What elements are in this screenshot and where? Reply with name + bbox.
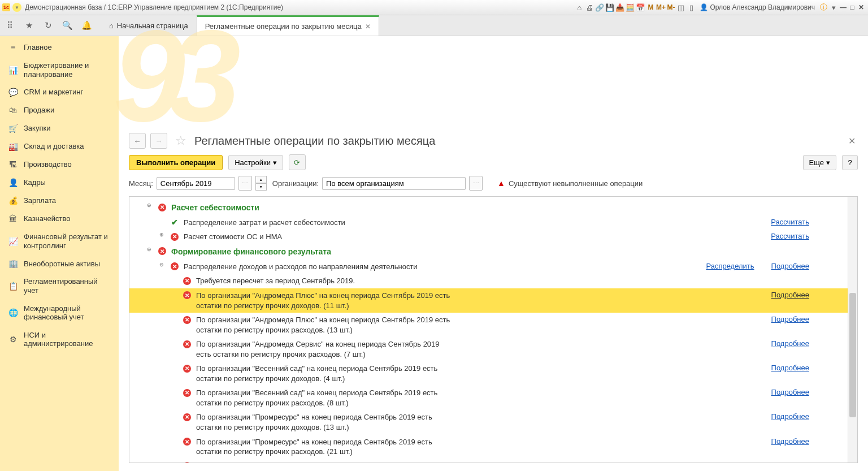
help-button[interactable]: ? <box>842 155 858 170</box>
sidebar-item-6[interactable]: 🏗Производство <box>0 155 119 174</box>
toggle-icon[interactable]: ⊖ <box>145 247 153 252</box>
sidebar-item-4[interactable]: 🛒Закупки <box>0 119 119 137</box>
action-link[interactable]: Распределить <box>706 262 754 270</box>
detail-link[interactable]: Подробнее <box>771 339 809 348</box>
operation-row[interactable]: ✕По организации "Андромеда Сервис" на ко… <box>129 337 848 361</box>
group-row[interactable]: ⊖✕Расчет себестоимости <box>129 200 848 215</box>
sidebar-item-8[interactable]: 💰Зарплата <box>0 192 119 210</box>
settings-button[interactable]: Настройки▾ <box>228 155 283 170</box>
operation-row[interactable]: ✕По организации "Весенний сад" на конец … <box>129 361 848 386</box>
error-icon: ✕ <box>183 291 191 299</box>
toggle-icon[interactable]: ⊖ <box>158 262 166 267</box>
sidebar-item-14[interactable]: ⚙НСИ и администрирование <box>0 326 119 353</box>
favorite-icon[interactable]: ★ <box>19 15 38 36</box>
error-icon: ✕ <box>183 365 191 373</box>
org-menu-button[interactable]: ⋯ <box>469 176 483 191</box>
operation-row[interactable]: ✕По организации "Андромеда Плюс" на коне… <box>129 288 848 313</box>
operation-row[interactable]: ✕По организации "Андромеда Плюс" на коне… <box>129 313 848 337</box>
detail-link[interactable]: Подробнее <box>771 437 809 446</box>
tab-operations[interactable]: Регламентные операции по закрытию месяца… <box>197 15 379 36</box>
operation-row[interactable]: ✕По организации "Весенний сад" на конец … <box>129 386 848 410</box>
status-cell: ✕ <box>183 364 192 373</box>
sidebar-item-0[interactable]: ≡Главное <box>0 38 119 57</box>
toggle-icon[interactable]: ⊕ <box>158 232 166 237</box>
detail-link[interactable]: Подробнее <box>771 388 809 396</box>
toggle-icon[interactable]: ⊖ <box>145 202 153 208</box>
history-icon[interactable]: ↻ <box>38 15 58 36</box>
print-icon[interactable]: 🖨 <box>584 3 594 12</box>
page-close-button[interactable]: ✕ <box>846 133 858 149</box>
detail-link[interactable]: Подробнее <box>771 262 809 270</box>
favorite-star-icon[interactable]: ☆ <box>175 133 186 148</box>
sidebar-item-1[interactable]: 📊Бюджетирование и планирование <box>0 57 119 83</box>
calendar-icon[interactable]: 📅 <box>635 3 645 12</box>
operation-row[interactable]: ✔Распределение затрат и расчет себестоим… <box>129 215 848 230</box>
calc-icon[interactable]: 🧮 <box>625 3 635 12</box>
nav-forward-button[interactable]: → <box>150 133 167 149</box>
sidebar-item-9[interactable]: 🏛Казначейство <box>0 210 119 228</box>
warning-text: Существуют невыполненные операции <box>509 179 643 188</box>
sidebar-item-5[interactable]: 🏭Склад и доставка <box>0 137 119 155</box>
menu-icon[interactable]: ▾ <box>828 3 839 12</box>
link-icon[interactable]: 🔗 <box>594 3 605 12</box>
refresh-button[interactable]: ⟳ <box>289 154 306 170</box>
tab-home[interactable]: ⌂ Начальная страница <box>101 16 197 36</box>
sidebar-icon: 💬 <box>8 88 18 97</box>
sidebar-icon: 🏗 <box>8 160 18 169</box>
row-text: По организации "Андромеда Сервис" на кон… <box>196 339 456 359</box>
bell-icon[interactable]: 🔔 <box>77 15 96 36</box>
memory-mplus-icon[interactable]: M+ <box>656 3 666 11</box>
load-icon[interactable]: 📥 <box>615 3 625 12</box>
close-button[interactable]: ✕ <box>857 3 866 11</box>
detail-link[interactable]: Подробнее <box>771 461 809 463</box>
memory-m-icon[interactable]: M <box>645 3 656 11</box>
info-icon[interactable]: ⓘ <box>818 2 828 12</box>
success-icon: ✔ <box>171 218 178 227</box>
sidebar-item-2[interactable]: 💬CRM и маркетинг <box>0 83 119 101</box>
maximize-button[interactable]: □ <box>848 3 857 11</box>
sidebar-item-12[interactable]: 📋Регламентированный учет <box>0 273 119 299</box>
month-up-button[interactable]: ▲ <box>255 176 267 183</box>
book-icon[interactable]: ▯ <box>686 3 696 12</box>
tab-close-icon[interactable]: ✕ <box>365 18 371 35</box>
action-link[interactable]: Рассчитать <box>771 232 809 240</box>
sidebar-item-10[interactable]: 📈Финансовый результат и контроллинг <box>0 228 119 254</box>
user-label[interactable]: 👤Орлов Александр Владимирович <box>700 3 815 11</box>
operation-row[interactable]: ⊕✕Расчет стоимости ОС и НМАРассчитать <box>129 230 848 244</box>
org-input[interactable] <box>322 177 466 190</box>
detail-link[interactable]: Подробнее <box>771 412 809 421</box>
operation-row[interactable]: ✕По организации "Промресурс" на конец пе… <box>129 410 848 434</box>
month-input[interactable] <box>157 177 235 190</box>
nav-back-button[interactable]: ← <box>129 133 146 149</box>
memory-mminus-icon[interactable]: M- <box>666 3 676 11</box>
sidebar-item-3[interactable]: 🛍Продажи <box>0 101 119 119</box>
group-row[interactable]: ⊖✕Формирование финансового результата <box>129 244 848 260</box>
save-icon[interactable]: 💾 <box>605 3 615 12</box>
sidebar-item-11[interactable]: 🏢Внеоборотные активы <box>0 254 119 273</box>
month-down-button[interactable]: ▼ <box>255 183 267 191</box>
scrollbar-thumb[interactable] <box>849 293 856 417</box>
detail-link[interactable]: Подробнее <box>771 364 809 372</box>
action-link[interactable]: Рассчитать <box>771 218 809 226</box>
toolbar-icon[interactable]: ⌂ <box>574 3 584 12</box>
sidebar-item-7[interactable]: 👤Кадры <box>0 174 119 192</box>
operation-row[interactable]: ⊖✕Распределение доходов и расходов по на… <box>129 260 848 274</box>
operation-row[interactable]: ✕При распределение доходов и расходов по… <box>129 459 848 463</box>
operation-row[interactable]: ✕По организации "Промресурс" на конец пе… <box>129 435 848 459</box>
sidebar-item-13[interactable]: 🌐Международный финансовый учет <box>0 300 119 326</box>
month-menu-button[interactable]: ⋯ <box>238 176 252 191</box>
detail-link[interactable]: Подробнее <box>771 291 809 299</box>
grid-icon[interactable]: ◫ <box>676 3 686 12</box>
row-text: Расчет стоимости ОС и НМА <box>184 232 444 242</box>
execute-button[interactable]: Выполнить операции <box>129 155 223 170</box>
search-icon[interactable]: 🔍 <box>58 15 77 36</box>
minimize-button[interactable]: — <box>839 3 848 11</box>
dropdown-icon[interactable]: ▼ <box>12 3 21 12</box>
row-text: Формирование финансового результата <box>171 247 331 257</box>
operation-row[interactable]: ✕Требуется пересчет за период Сентябрь 2… <box>129 274 848 288</box>
apps-icon[interactable]: ⠿ <box>0 15 19 36</box>
sidebar-icon: 🏛 <box>8 214 18 223</box>
more-button[interactable]: Еще▾ <box>803 155 836 170</box>
detail-link[interactable]: Подробнее <box>771 315 809 323</box>
scrollbar[interactable] <box>848 197 857 463</box>
